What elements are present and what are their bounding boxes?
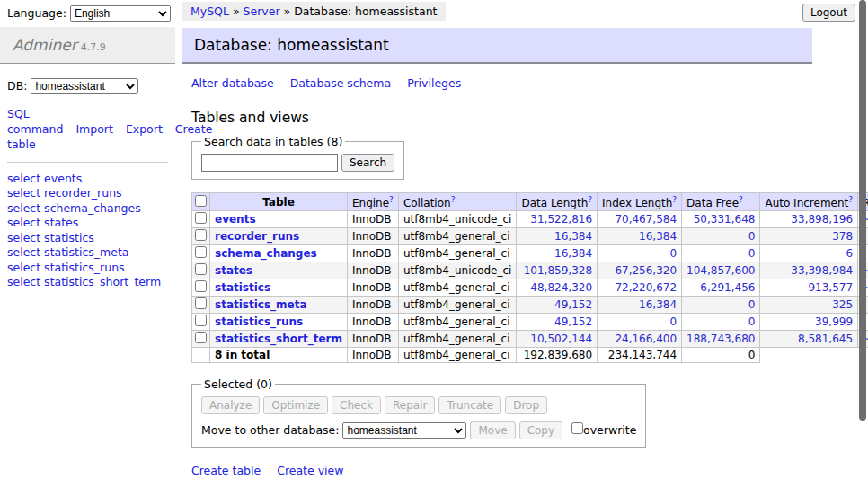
index-length-link[interactable]: 0 xyxy=(669,247,677,260)
check-button[interactable]: Check xyxy=(332,396,381,414)
row-checkbox[interactable] xyxy=(195,332,207,343)
auto-increment-link[interactable]: 378 xyxy=(832,230,853,243)
sidebar-link-sql-command[interactable]: SQL command xyxy=(7,107,63,136)
index-length-link[interactable]: 72,220,672 xyxy=(615,281,677,294)
sidebar-select-link-select-statistics-meta[interactable]: select statistics_meta xyxy=(7,245,168,261)
tables-table: TableEngine?Collation?Data Length?Index … xyxy=(191,192,868,363)
help-link[interactable]: ? xyxy=(389,195,394,204)
help-link[interactable]: ? xyxy=(672,195,677,204)
db-select[interactable]: homeassistant xyxy=(31,78,138,94)
sidebar-select-link-select-statistics[interactable]: select statistics xyxy=(7,231,168,246)
table-link-statistics[interactable]: statistics xyxy=(215,281,270,294)
table-link-statistics-meta[interactable]: statistics_meta xyxy=(215,298,307,311)
index-length-link[interactable]: 16,384 xyxy=(639,298,677,311)
table-name-cell: statistics_short_term xyxy=(210,331,348,348)
action-link-alter-database[interactable]: Alter database xyxy=(191,76,274,90)
help-link[interactable]: ? xyxy=(739,195,743,204)
truncate-button[interactable]: Truncate xyxy=(438,396,501,414)
data-free-link[interactable]: 50,331,648 xyxy=(694,213,756,226)
move-button[interactable]: Move xyxy=(470,421,515,439)
total-label-cell: 8 in total xyxy=(210,348,348,363)
repair-button[interactable]: Repair xyxy=(385,396,435,414)
data-length-link[interactable]: 16,384 xyxy=(554,230,592,243)
select-all-checkbox[interactable] xyxy=(195,195,207,207)
table-link-schema-changes[interactable]: schema_changes xyxy=(215,247,317,260)
breadcrumb-mysql[interactable]: MySQL xyxy=(190,4,229,18)
data-free-link[interactable]: 0 xyxy=(748,298,756,311)
table-link-events[interactable]: events xyxy=(215,213,256,226)
search-input[interactable] xyxy=(201,154,338,172)
auto-increment-link[interactable]: 33,898,196 xyxy=(791,213,853,226)
auto-increment-link[interactable]: 6 xyxy=(846,247,853,260)
sidebar-select-link-select-schema-changes[interactable]: select schema_changes xyxy=(7,201,168,217)
sidebar-select-link-select-statistics-runs[interactable]: select statistics_runs xyxy=(7,261,168,276)
data-free-link[interactable]: 0 xyxy=(748,247,756,260)
table-row-schema-changes: schema_changesInnoDButf8mb4_general_ci16… xyxy=(192,245,868,262)
index-length-link[interactable]: 67,256,320 xyxy=(615,264,677,277)
data-free-link[interactable]: 188,743,680 xyxy=(686,333,755,345)
table-name-cell: states xyxy=(210,262,348,279)
sidebar-select-link-select-events[interactable]: select events xyxy=(7,172,168,187)
auto-increment-link[interactable]: 33,398,984 xyxy=(791,264,853,277)
index-length-link[interactable]: 0 xyxy=(669,315,677,328)
index-length-link[interactable]: 16,384 xyxy=(639,230,677,243)
table-link-statistics-runs[interactable]: statistics_runs xyxy=(215,315,303,328)
action-link-database-schema[interactable]: Database schema xyxy=(290,76,391,90)
auto-increment-link[interactable]: 8,581,645 xyxy=(798,333,853,345)
auto-increment-link[interactable]: 39,999 xyxy=(815,315,853,328)
drop-button[interactable]: Drop xyxy=(505,396,547,414)
auto-increment-link[interactable]: 913,577 xyxy=(808,281,853,294)
overwrite-checkbox[interactable] xyxy=(571,422,583,434)
analyze-button[interactable]: Analyze xyxy=(201,396,260,414)
search-button[interactable]: Search xyxy=(341,154,394,172)
breadcrumb-server[interactable]: Server xyxy=(244,4,280,18)
data-length-link[interactable]: 49,152 xyxy=(554,315,592,328)
data-free-link[interactable]: 0 xyxy=(748,230,756,243)
table-link-recorder-runs[interactable]: recorder_runs xyxy=(215,230,299,243)
row-checkbox[interactable] xyxy=(195,263,207,275)
footer-link-create-view[interactable]: Create view xyxy=(277,464,343,477)
data-free-link[interactable]: 104,857,600 xyxy=(686,264,755,277)
sidebar-link-export[interactable]: Export xyxy=(126,122,163,136)
logout-button[interactable]: Logout xyxy=(802,4,855,22)
data-length-link[interactable]: 16,384 xyxy=(554,247,592,260)
app-name[interactable]: Adminer xyxy=(13,36,77,54)
move-database-select[interactable]: homeassistant xyxy=(342,422,466,439)
tables-heading: Tables and views xyxy=(191,110,812,126)
help-link[interactable]: ? xyxy=(451,195,456,204)
footer-link-create-table[interactable]: Create table xyxy=(191,464,261,477)
data-length-link[interactable]: 10,502,144 xyxy=(530,333,592,345)
action-link-privileges[interactable]: Privileges xyxy=(407,76,461,90)
help-link[interactable]: ? xyxy=(588,195,592,204)
data-free-link[interactable]: 6,291,456 xyxy=(700,281,755,294)
optimize-button[interactable]: Optimize xyxy=(263,396,328,414)
auto-increment-cell: 378 xyxy=(760,228,858,245)
index-length-link[interactable]: 70,467,584 xyxy=(615,213,677,226)
sidebar-select-link-select-statistics-short-term[interactable]: select statistics_short_term xyxy=(7,275,168,290)
table-link-statistics-short-term[interactable]: statistics_short_term xyxy=(215,333,342,345)
data-free-cell: 6,291,456 xyxy=(682,279,760,297)
row-checkbox[interactable] xyxy=(195,212,207,224)
copy-button[interactable]: Copy xyxy=(519,421,562,439)
row-checkbox[interactable] xyxy=(195,229,207,241)
auto-increment-link[interactable]: 325 xyxy=(832,298,853,311)
row-checkbox[interactable] xyxy=(195,297,207,309)
sidebar-select-link-select-recorder-runs[interactable]: select recorder_runs xyxy=(7,186,168,201)
engine-cell: InnoDB xyxy=(347,211,398,228)
help-link[interactable]: ? xyxy=(848,195,853,204)
data-length-link[interactable]: 49,152 xyxy=(554,298,592,311)
data-length-link[interactable]: 48,824,320 xyxy=(530,281,592,294)
row-checkbox[interactable] xyxy=(195,315,207,326)
language-select[interactable]: English xyxy=(70,5,171,22)
table-name-cell: statistics xyxy=(210,279,348,297)
data-length-link[interactable]: 31,522,816 xyxy=(530,213,592,226)
scrollbar-thumb[interactable] xyxy=(859,0,866,421)
sidebar-link-import[interactable]: Import xyxy=(75,122,113,136)
index-length-link[interactable]: 24,166,400 xyxy=(615,333,677,345)
table-link-states[interactable]: states xyxy=(215,264,252,277)
row-checkbox[interactable] xyxy=(195,246,207,258)
row-checkbox[interactable] xyxy=(195,280,207,292)
sidebar-select-link-select-states[interactable]: select states xyxy=(7,216,168,231)
data-free-link[interactable]: 0 xyxy=(748,315,756,328)
data-length-link[interactable]: 101,859,328 xyxy=(524,264,592,277)
